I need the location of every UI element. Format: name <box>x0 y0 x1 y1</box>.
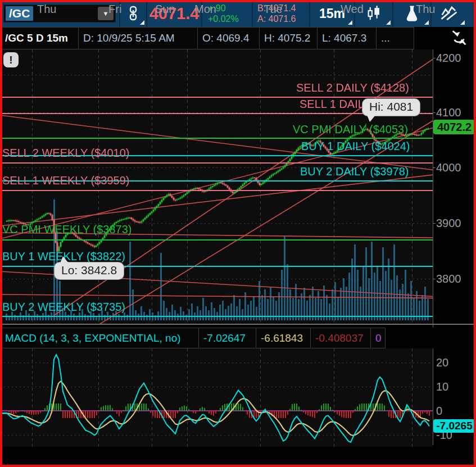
macd-axis-tick-label: 0 <box>436 405 442 418</box>
panel-splitter[interactable] <box>0 324 476 325</box>
level-label[interactable]: SELL 1 DAILY <box>300 98 371 111</box>
time-axis-day-label: Tue <box>264 3 283 16</box>
alert-warning-icon[interactable]: ! <box>3 52 19 67</box>
macd-header: MACD (14, 3, 3, EXPONENTIAL, no) -7.0264… <box>0 328 476 348</box>
price-axis-tick-label: 3900 <box>436 217 461 230</box>
dropdown-corner <box>386 20 391 25</box>
macd-axis-tick-label: 10 <box>436 380 448 393</box>
high-tooltip-text: Hi: 4081 <box>369 100 413 113</box>
bar-more[interactable]: ... <box>377 27 414 49</box>
link-symbol-button[interactable] <box>120 0 146 27</box>
macd-study-label[interactable]: MACD (14, 3, 3, EXPONENTIAL, no) <box>0 328 199 348</box>
level-line[interactable] <box>0 239 433 241</box>
time-axis-day-label: Thu <box>37 3 56 16</box>
level-label[interactable]: BUY 1 DAILY ($4024) <box>301 140 410 153</box>
thinkorswim-chart-window: /GC ▼ 4071.4 +.90 +0.02% B: 4071.4 A: 40… <box>0 0 476 467</box>
time-axis-day-label: Mon <box>194 3 216 16</box>
time-axis-day-label: Sun <box>155 3 175 16</box>
drawings-button[interactable] <box>432 0 466 27</box>
price-axis-tick <box>433 279 436 279</box>
macd-diff-value: -0.408037 <box>311 328 371 348</box>
chart-title: /GC 5 D 15m <box>0 27 79 49</box>
price-axis-tick-label: 4100 <box>436 106 461 119</box>
level-line[interactable] <box>0 162 433 164</box>
status-filler <box>414 27 442 49</box>
price-axis-tick-label: 4200 <box>436 52 461 65</box>
symbol-text: /GC <box>6 6 33 21</box>
level-label[interactable]: SELL 2 WEEKLY ($4010) <box>2 147 129 160</box>
high-tooltip: Hi: 4081 <box>362 99 420 116</box>
level-line[interactable] <box>0 190 433 191</box>
price-axis-tick-label: 3800 <box>436 273 461 285</box>
macd-value-bubble: -7.0265 <box>433 419 475 433</box>
dropdown-corner <box>424 20 429 25</box>
price-axis-tick <box>433 223 436 224</box>
dropdown-corner <box>140 20 144 25</box>
pattern-drawing-icon <box>440 5 458 22</box>
price-axis-tick-label: 4000 <box>436 161 461 174</box>
chart-status-bar: /GC 5 D 15m D: 10/9/25 5:15 AM O: 4069.4… <box>0 27 476 49</box>
macd-zero-value: 0 <box>371 328 386 348</box>
level-label[interactable]: SELL 2 DAILY ($4128) <box>296 81 409 94</box>
bar-open: O: 4069.4 <box>198 27 260 49</box>
axis-border <box>433 49 433 445</box>
link-icon <box>127 6 139 21</box>
dropdown-corner <box>348 20 352 25</box>
tooltip-tail <box>367 115 375 122</box>
low-tooltip: Lo: 3842.8 <box>55 262 124 279</box>
time-axis[interactable] <box>0 447 476 467</box>
macd-value: -7.02647 <box>199 328 256 348</box>
bar-low: L: 4067.3 <box>318 27 377 49</box>
dropdown-corner <box>460 20 465 25</box>
bar-high: H: 4075.2 <box>260 27 318 49</box>
level-label[interactable]: BUY 2 WEEKLY ($3735) <box>2 301 125 314</box>
bar-datetime: D: 10/9/25 5:15 AM <box>79 27 198 49</box>
price-axis-tick <box>433 167 436 168</box>
time-axis-day-label: Fri <box>108 3 121 16</box>
low-tooltip-text: Lo: 3842.8 <box>61 264 117 276</box>
level-label[interactable]: SELL 1 WEEKLY ($3959) <box>2 174 129 187</box>
level-label[interactable]: BUY 2 DAILY ($3978) <box>300 165 409 178</box>
symbol-input[interactable]: /GC ▼ <box>3 4 116 22</box>
price-axis-tick <box>433 112 436 113</box>
level-line[interactable] <box>0 316 433 317</box>
price-axis-tick <box>433 58 436 58</box>
macd-avg-value: -6.61843 <box>256 328 311 348</box>
tooltip-tail <box>60 256 69 263</box>
candlestick-icon <box>365 5 382 22</box>
time-axis-day-label: Thu <box>416 3 435 16</box>
swap-arrows-icon <box>450 29 469 47</box>
toolbar: /GC ▼ 4071.4 +.90 +0.02% B: 4071.4 A: 40… <box>0 0 476 27</box>
time-axis-day-label: Wed <box>341 3 364 16</box>
level-label[interactable]: VC PMI DAILY ($4053) <box>293 123 408 136</box>
level-line[interactable] <box>0 138 433 139</box>
cursor-mode-button[interactable] <box>442 27 476 49</box>
last-price-bubble: 4072.2 <box>433 120 475 134</box>
level-label[interactable]: VC PMI WEEKLY ($3873) <box>2 223 132 236</box>
macd-axis-tick-label: 20 <box>436 356 448 369</box>
macd-chart-canvas[interactable] <box>0 348 433 447</box>
